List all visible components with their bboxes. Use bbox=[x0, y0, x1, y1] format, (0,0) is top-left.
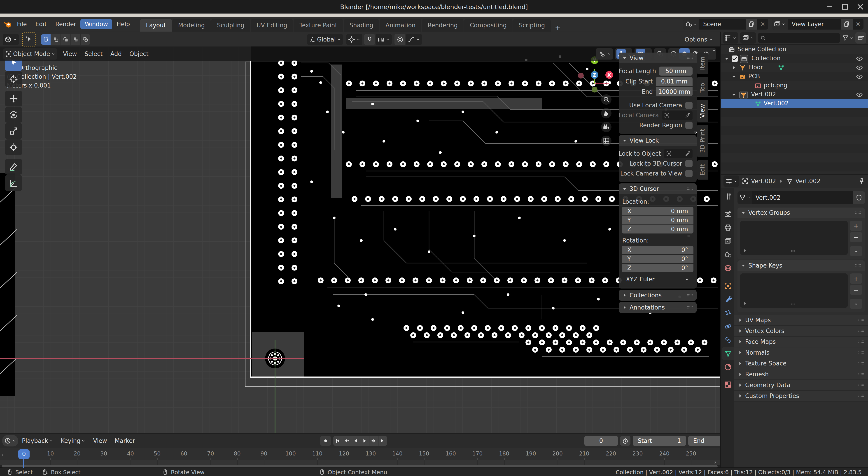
new-scene-button[interactable] bbox=[746, 19, 757, 30]
playhead[interactable]: 0 bbox=[18, 449, 30, 459]
viewport-menu-object[interactable]: Object bbox=[126, 50, 152, 57]
tool-cursor-button[interactable] bbox=[5, 71, 22, 87]
panel-view-header[interactable]: View bbox=[619, 53, 696, 63]
timeline-editor-type-button[interactable] bbox=[2, 435, 18, 446]
panel-header[interactable]: Vertex Groups bbox=[738, 208, 865, 218]
outliner-editor-type-button[interactable] bbox=[722, 32, 738, 43]
mode-dropdown[interactable]: Object Mode bbox=[3, 48, 57, 60]
grip-icon[interactable] bbox=[858, 360, 865, 367]
tool-scale-button[interactable] bbox=[5, 123, 22, 139]
collection-checkbox[interactable] bbox=[732, 56, 738, 62]
eye-icon[interactable] bbox=[856, 55, 863, 64]
timeline-menu-view[interactable]: View bbox=[89, 437, 111, 444]
eyedropper-icon[interactable] bbox=[685, 112, 691, 118]
mode-extend-button[interactable] bbox=[51, 34, 61, 45]
properties-tab-world[interactable] bbox=[722, 262, 734, 275]
grip-icon[interactable] bbox=[855, 262, 862, 269]
cursor-location-y[interactable]: Y0 mm bbox=[622, 216, 693, 225]
breadcrumb-object[interactable]: Vert.002 bbox=[751, 178, 776, 184]
local-camera-field[interactable] bbox=[662, 110, 692, 120]
outliner-row-vert-002[interactable]: Vert.002 bbox=[721, 90, 868, 99]
fake-user-button[interactable] bbox=[853, 191, 865, 204]
grip-icon[interactable] bbox=[858, 349, 865, 356]
grip-icon[interactable] bbox=[858, 327, 865, 335]
grip-icon[interactable] bbox=[686, 55, 693, 62]
menu-edit[interactable]: Edit bbox=[31, 19, 51, 29]
properties-editor-type-button[interactable] bbox=[723, 175, 739, 187]
triangle-down-icon[interactable] bbox=[724, 56, 730, 61]
frame-start-field[interactable]: Start1 bbox=[633, 436, 686, 446]
mesh-datablock-dropdown[interactable] bbox=[738, 191, 752, 204]
triangle-right-icon[interactable] bbox=[731, 65, 737, 70]
options-dropdown[interactable]: Options bbox=[685, 36, 713, 43]
editor-type-button[interactable] bbox=[3, 34, 19, 45]
search-input[interactable] bbox=[768, 34, 838, 41]
snap-with-dropdown[interactable] bbox=[375, 34, 392, 45]
properties-tab-scene[interactable] bbox=[722, 248, 734, 261]
mode-invert-button[interactable] bbox=[71, 34, 81, 45]
panel-header[interactable]: Shape Keys bbox=[738, 260, 865, 271]
npanel-tab-edit[interactable]: Edit bbox=[696, 160, 708, 179]
npanel-tab-3d-print[interactable]: 3D-Print bbox=[696, 125, 708, 157]
eye-icon[interactable] bbox=[856, 64, 863, 73]
properties-tab-render[interactable] bbox=[722, 208, 734, 220]
properties-tab-constraints[interactable] bbox=[722, 333, 734, 346]
add-item-button[interactable]: + bbox=[850, 220, 862, 231]
eye-icon[interactable] bbox=[856, 73, 863, 82]
grip-icon[interactable] bbox=[858, 381, 865, 389]
outliner-row-floor[interactable]: Floor bbox=[721, 63, 868, 72]
play-button[interactable] bbox=[361, 436, 369, 446]
properties-tab-view-layer[interactable] bbox=[722, 235, 734, 248]
timeline-menu-playback[interactable]: Playback bbox=[18, 437, 57, 444]
view-layer-selector[interactable]: View Layer ✕ bbox=[772, 19, 864, 30]
cursor-rotation-y[interactable]: Y0° bbox=[622, 255, 693, 263]
outliner-search[interactable] bbox=[758, 33, 840, 43]
lock-to-object-field[interactable] bbox=[664, 149, 692, 158]
workspace-tab-sculpting[interactable]: Sculpting bbox=[211, 19, 250, 32]
outliner-row-scene collection[interactable]: Scene Collection bbox=[721, 45, 868, 54]
properties-tab-material[interactable] bbox=[722, 361, 734, 374]
use-local-camera-checkbox[interactable] bbox=[685, 102, 692, 109]
grip-icon[interactable] bbox=[858, 338, 865, 345]
unlink-scene-button[interactable]: ✕ bbox=[757, 19, 768, 30]
npanel-tab-view[interactable]: View bbox=[696, 100, 708, 122]
scene-selector[interactable]: Scene ✕ bbox=[683, 19, 768, 30]
mode-intersect-button[interactable] bbox=[81, 34, 90, 45]
tool-measure-button[interactable] bbox=[5, 175, 22, 191]
rotation-mode-dropdown[interactable]: XYZ Euler bbox=[622, 275, 693, 284]
grip-icon[interactable] bbox=[855, 209, 862, 216]
panel-view-lock-header[interactable]: View Lock bbox=[619, 135, 696, 146]
properties-tab-output[interactable] bbox=[722, 221, 734, 234]
properties-tab-object-data[interactable] bbox=[722, 347, 735, 360]
workspace-tab-rendering[interactable]: Rendering bbox=[422, 19, 464, 32]
preview-range-button[interactable] bbox=[620, 436, 630, 446]
eyedropper-icon[interactable] bbox=[685, 151, 691, 157]
panel-annotations-header[interactable]: Annotations bbox=[619, 302, 696, 313]
mode-new-button[interactable] bbox=[41, 34, 51, 45]
menu-help[interactable]: Help bbox=[112, 19, 134, 29]
clip-end-field[interactable]: 10000 mm bbox=[656, 87, 692, 96]
workspace-tab-shading[interactable]: Shading bbox=[344, 19, 379, 32]
specials-menu-button[interactable] bbox=[850, 299, 862, 309]
panel-vertex-colors[interactable]: Vertex Colors bbox=[734, 326, 868, 337]
cursor-rotation-x[interactable]: X0° bbox=[622, 246, 693, 254]
triangle-down-icon[interactable] bbox=[731, 74, 737, 79]
mesh-name-field[interactable]: Vert.002 bbox=[752, 191, 853, 204]
timeline-scrollbar[interactable] bbox=[2, 465, 718, 468]
blender-logo-icon[interactable] bbox=[3, 20, 13, 29]
cursor-rotation-z[interactable]: Z0° bbox=[622, 264, 693, 272]
eye-icon[interactable] bbox=[856, 91, 863, 100]
grip-icon[interactable] bbox=[686, 304, 693, 311]
new-collection-button[interactable] bbox=[855, 32, 866, 43]
menu-render[interactable]: Render bbox=[51, 19, 81, 29]
properties-tab-physics[interactable] bbox=[722, 320, 734, 333]
play-back-button[interactable] bbox=[351, 436, 360, 446]
breadcrumb-data[interactable]: Vert.002 bbox=[796, 178, 820, 184]
timeline-menu-keying[interactable]: Keying bbox=[57, 437, 89, 444]
vertex-groups-list[interactable] bbox=[740, 220, 848, 255]
mode-subtract-button[interactable] bbox=[61, 34, 70, 45]
workspace-tab-animation[interactable]: Animation bbox=[379, 19, 421, 32]
workspace-tab-uv-editing[interactable]: UV Editing bbox=[251, 19, 293, 32]
outliner-row-pcb-png[interactable]: pcb.png bbox=[721, 81, 868, 90]
outliner-display-mode-button[interactable] bbox=[740, 32, 756, 43]
